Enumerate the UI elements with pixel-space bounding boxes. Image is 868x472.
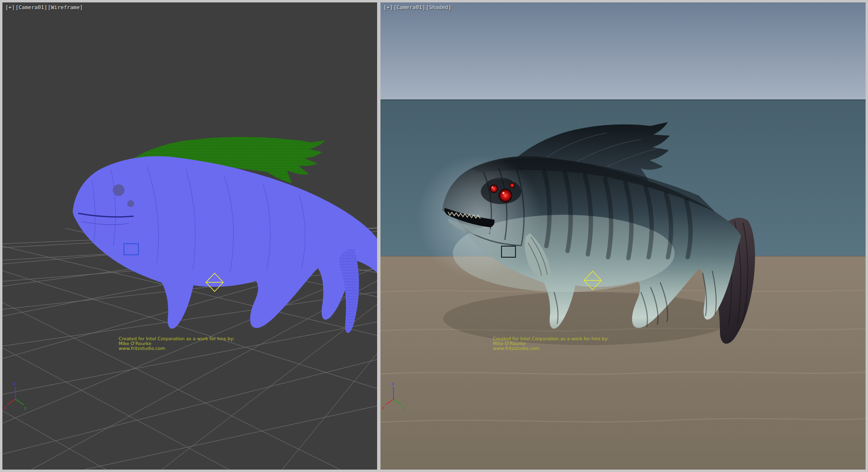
viewport-menu-pov[interactable]: [Camera01] — [393, 4, 425, 11]
axis-label-z: z — [392, 381, 394, 386]
sand — [380, 256, 866, 470]
fish-body — [73, 156, 377, 333]
sky — [380, 2, 866, 100]
axis-label-z: z — [14, 381, 16, 386]
fish-eye-small — [510, 183, 515, 188]
fish-eye — [113, 184, 124, 196]
viewport-menu-shading[interactable]: [Shaded] — [426, 4, 451, 11]
watermark: Created for Intel Corporation as a work … — [119, 336, 234, 351]
viewport-label: [+][Camera01][Shaded] — [383, 4, 452, 11]
viewport-shaded[interactable]: [+][Camera01][Shaded] — [380, 2, 866, 470]
watermark-line3: www.fritzstudio.com — [119, 346, 165, 351]
viewport-menu-shading[interactable]: [Wireframe] — [48, 4, 83, 11]
eye-highlight — [492, 187, 493, 188]
viewport-menu-general[interactable]: [+] — [5, 4, 15, 11]
axis-label-y: y — [24, 405, 27, 410]
viewport-label: [+][Camera01][Wireframe] — [5, 4, 83, 11]
axis-label-x: x — [4, 405, 7, 410]
viewport-menu-pov[interactable]: [Camera01] — [15, 4, 47, 11]
viewport-canvas-right[interactable]: Created for Intel Corporation as a work … — [380, 2, 866, 470]
viewport-wireframe[interactable]: [+][Camera01][Wireframe] — [2, 2, 377, 470]
viewport-menu-general[interactable]: [+] — [383, 4, 393, 11]
axis-label-y: y — [402, 405, 405, 410]
axis-tripod: z x y — [4, 381, 27, 410]
fish-model-wireframe[interactable] — [73, 137, 377, 333]
eye-highlight — [502, 192, 504, 194]
watermark-line3: www.fritzstudio.com — [493, 346, 539, 351]
fish-eye-medium — [490, 185, 498, 193]
fish-eye-small — [127, 200, 134, 207]
viewport-split: [+][Camera01][Wireframe] — [0, 0, 868, 472]
axis-label-x: x — [382, 405, 385, 410]
viewport-canvas-left[interactable]: Created for Intel Corporation as a work … — [2, 2, 377, 470]
fish-eye-large — [499, 189, 512, 202]
